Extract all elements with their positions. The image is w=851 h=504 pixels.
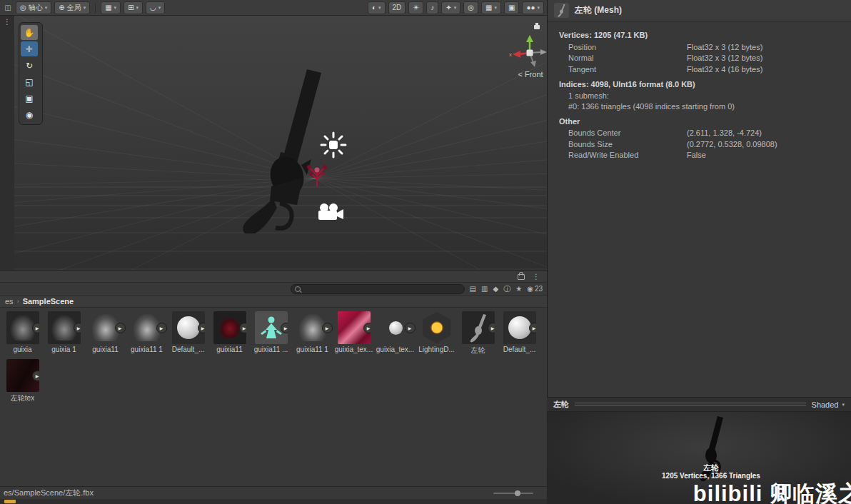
orientation-toggle-button[interactable]: ⊕ 全局 ▾ [54, 1, 90, 14]
asset-expand-button[interactable]: ▶ [74, 323, 81, 333]
magnet-snap-button[interactable]: ◡ ▾ [146, 1, 165, 14]
lock-icon[interactable] [518, 274, 525, 280]
breadcrumb-parent[interactable]: es [5, 297, 14, 306]
breadcrumb-current[interactable]: SampleScene [23, 297, 74, 306]
scene-toolbar: ◫ ◎ 轴心 ▾ ⊕ 全局 ▾ ▦ ▾ ⊞ ▾ ◡ ▾ ◐ ▾ 2D [0, 0, 547, 16]
search-icon [295, 286, 301, 292]
orientation-label[interactable]: < Front [491, 70, 547, 79]
2d-toggle-button[interactable]: 2D [388, 1, 406, 14]
asset-item[interactable]: ▶Default_... [168, 311, 208, 356]
search-input[interactable] [303, 285, 460, 293]
asset-expand-button[interactable]: ▶ [115, 323, 126, 333]
asset-label: guixia11 1 [131, 346, 163, 353]
asset-item[interactable]: ▶guixia11 ... [251, 311, 291, 356]
asset-item[interactable]: ▶左轮tex [2, 359, 43, 403]
rotate-tool-button[interactable]: ↻ [21, 58, 38, 73]
asset-label: 左轮tex [11, 393, 34, 403]
camera-gizmo[interactable] [317, 203, 344, 223]
smoke-thumbnail: ▶ [48, 311, 81, 344]
transform-tool-button[interactable]: ◉ [21, 107, 38, 122]
chevron-right-icon: › [17, 298, 19, 305]
ghost-thumbnail: ▶ [296, 311, 329, 344]
ghost-thumbnail: ▶ [131, 311, 163, 344]
scene-effects-button[interactable]: ✦ ▾ [441, 1, 460, 14]
preview-drag-handle[interactable] [575, 403, 806, 406]
scene-visibility-button[interactable]: ◎ [463, 1, 478, 14]
scale-icon: ◱ [25, 77, 33, 87]
asset-expand-button[interactable]: ▶ [405, 323, 416, 333]
asset-label: guixia 1 [51, 346, 76, 353]
scale-tool-button[interactable]: ◱ [21, 74, 38, 89]
kebab-menu-icon[interactable]: ⋮ [2, 18, 12, 26]
preview-area[interactable]: 左轮 1205 Vertices, 1366 Triangles bilibil… [547, 412, 851, 504]
ghost-thumbnail: ▶ [89, 311, 122, 344]
asset-item[interactable]: ▶guixia_tex... [333, 311, 374, 356]
asset-expand-button[interactable]: ▶ [239, 323, 246, 333]
asset-item[interactable]: ▶guixia [2, 311, 43, 356]
scene-lighting-button[interactable]: ☀ [408, 1, 423, 14]
search-field[interactable] [291, 284, 465, 294]
kebab-menu-icon[interactable]: ⋮ [531, 273, 541, 281]
gizmos-dropdown-button[interactable]: ● ● ▾ [522, 1, 544, 14]
console-message-fragment[interactable] [4, 500, 16, 503]
other-header: Other [548, 117, 851, 128]
asset-item[interactable]: ▶左轮 [458, 311, 498, 356]
chevron-down-icon: ▾ [84, 3, 86, 13]
submesh-detail: #0: 1366 triangles (4098 indices startin… [548, 101, 851, 112]
move-tool-button[interactable]: ✛ [21, 41, 38, 56]
render-mode-button[interactable]: ◐ ▾ [368, 1, 386, 14]
plant-model[interactable] [306, 161, 328, 187]
asset-grid-row-2: ▶左轮tex [0, 356, 547, 403]
overlay-strip: ⋮ [0, 16, 15, 270]
scene-grid-visibility-button[interactable]: ▦ ▾ [481, 1, 501, 14]
thumbnail-zoom-slider[interactable] [493, 493, 533, 494]
gizmo-icon: ● [530, 3, 535, 13]
pivot-label: 轴心 [29, 3, 43, 13]
asset-item[interactable]: ▶guixia_tex... [375, 311, 416, 356]
chevron-down-icon: ▾ [454, 3, 457, 13]
orientation-gizmo[interactable]: x [508, 34, 547, 71]
asset-label: guixia11 [216, 346, 243, 353]
asset-item[interactable]: ▶guixia11 1 [292, 311, 333, 356]
hand-tool-button[interactable]: ✋ [21, 25, 38, 40]
info-icon[interactable]: ⓘ [503, 284, 510, 294]
asset-expand-button[interactable]: ▶ [322, 323, 333, 333]
scene-view[interactable]: ✋ ✛ ↻ ◱ ▣ ◉ [14, 16, 547, 270]
grid-snap-button[interactable]: ▦ ▾ [101, 1, 121, 14]
chevron-down-icon: ▾ [842, 402, 845, 408]
favorite-star-icon[interactable]: ★ [515, 285, 522, 293]
scene-audio-button[interactable]: ♪ [426, 1, 438, 14]
asset-item[interactable]: ▶guixia11 [209, 311, 250, 356]
asset-expand-button[interactable]: ▶ [363, 323, 371, 333]
preview-header: 左轮 Shaded ▾ [547, 397, 851, 412]
attribute-value: (0.2772, 0.5328, 0.09808) [687, 140, 777, 148]
slider-knob[interactable] [515, 490, 520, 496]
asset-expand-button[interactable]: ▶ [156, 323, 167, 333]
asset-item[interactable]: LightingD... [416, 311, 457, 356]
asset-item[interactable]: ▶guixia11 1 [126, 311, 167, 356]
scene-lamp-icon[interactable] [533, 22, 541, 31]
slider-track[interactable] [493, 493, 533, 494]
rect-tool-button[interactable]: ▣ [21, 91, 38, 106]
asset-item[interactable]: ▶guixia 1 [44, 311, 84, 356]
preview-mode-dropdown[interactable]: Shaded ▾ [812, 400, 845, 409]
asset-item[interactable]: ▶guixia11 [85, 311, 126, 356]
asset-label: Default_... [172, 346, 205, 353]
filter-type-icon[interactable]: ▤ [470, 285, 476, 293]
layout-grid-icon[interactable]: ◫ [3, 4, 13, 11]
camera-settings-button[interactable]: ▣ [504, 1, 519, 14]
status-bar: es/SampleScene/左轮.fbx [0, 486, 547, 499]
filter-preview-icon[interactable]: ▥ [481, 285, 488, 293]
asset-expand-button[interactable]: ▶ [32, 323, 39, 333]
light-gizmo[interactable] [320, 131, 347, 158]
increment-snap-button[interactable]: ⊞ ▾ [124, 1, 143, 14]
asset-expand-button[interactable]: ▶ [32, 371, 39, 381]
hidden-count-badge[interactable]: ◉ 23 [527, 285, 543, 293]
gun-thumbnail: ▶ [462, 311, 495, 344]
asset-item[interactable]: ▶Default_... [499, 311, 540, 356]
pivot-toggle-button[interactable]: ◎ 轴心 ▾ [16, 1, 51, 14]
grid-visibility-icon: ▦ [485, 3, 492, 13]
inspector-title: 左轮 (Mesh) [575, 4, 622, 16]
darkred-thumbnail: ▶ [213, 311, 246, 344]
filter-tag-icon[interactable]: ◆ [493, 285, 498, 293]
